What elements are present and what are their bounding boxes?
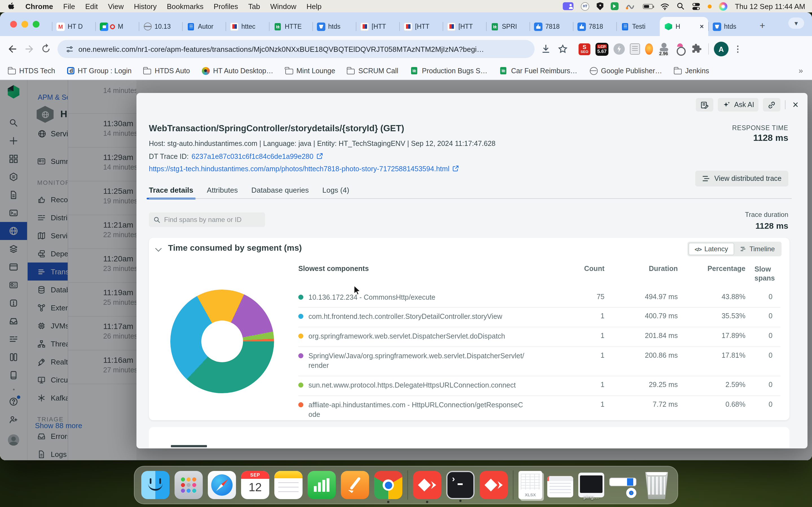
bookmark-item[interactable]: HT Auto Desktop… (202, 67, 273, 75)
reload-button[interactable] (41, 43, 52, 55)
menu-window[interactable]: Window (270, 2, 297, 10)
terminal-icon[interactable] (446, 471, 474, 499)
notes-icon[interactable] (274, 471, 303, 499)
url-text[interactable]: one.newrelic.com/nr1-core/apm-features/t… (79, 45, 484, 53)
screen-sharing-icon[interactable] (563, 2, 573, 10)
browser-tab[interactable]: Testi (616, 17, 660, 36)
timeline-toggle[interactable]: Timeline (734, 243, 780, 255)
copy-link-icon[interactable] (763, 98, 781, 112)
safari-icon[interactable] (208, 471, 236, 499)
table-row[interactable]: org.springframework.web.servlet.Dispatch… (298, 327, 780, 347)
menu-help[interactable]: Help (306, 2, 322, 10)
modal-tab[interactable]: Logs (4) (322, 186, 349, 200)
pingwin-icon[interactable]: ping… (578, 473, 604, 497)
view-distributed-trace-button[interactable]: View distributed trace (695, 171, 788, 186)
browser-tab[interactable]: [HTT (356, 17, 399, 36)
new-tab-button[interactable]: + (755, 18, 770, 33)
browser-tab[interactable]: [HTT (399, 17, 443, 36)
menu-view[interactable]: View (108, 2, 124, 10)
control-center-icon[interactable] (692, 2, 700, 10)
latency-toggle[interactable]: </>Latency (689, 243, 734, 255)
finder-icon[interactable] (141, 471, 169, 499)
browser-tab[interactable]: SPRI (486, 17, 529, 36)
new-relic-status-icon[interactable] (626, 3, 636, 10)
bookmark-item[interactable]: SCRUM Call (347, 67, 398, 75)
bookmark-star-icon[interactable] (557, 43, 568, 55)
menu-bookmarks[interactable]: Bookmarks (167, 2, 204, 10)
back-button[interactable] (7, 43, 18, 55)
external-link-icon[interactable] (316, 153, 323, 161)
browser-tab[interactable]: [HTT (443, 17, 486, 36)
counter-extension-icon[interactable]: 2.96 (658, 43, 670, 55)
span-search[interactable] (149, 212, 265, 227)
browser-tab[interactable]: M (95, 17, 139, 36)
grammarly-icon[interactable] (611, 2, 619, 10)
browser-tab[interactable]: HT D (52, 17, 95, 36)
bookmarks-overflow-chevron[interactable]: » (799, 66, 803, 75)
redapp-icon[interactable] (413, 471, 441, 499)
browser-tab[interactable]: htds (708, 17, 752, 36)
table-row[interactable]: sun.net.www.protocol.https.DelegateHttps… (298, 376, 780, 395)
menu-profiles[interactable]: Profiles (214, 2, 238, 10)
add-note-button[interactable] (696, 98, 713, 112)
site-settings-icon[interactable] (65, 45, 74, 53)
page-url-link[interactable]: https://stg1-tech.hindustantimes.com/amp… (149, 165, 449, 173)
download-icon[interactable] (540, 43, 552, 55)
table-row[interactable]: 10.136.172.234 - CommonsHttp/execute 75 … (298, 288, 780, 307)
tab-close-icon[interactable]: × (700, 22, 704, 31)
browser-tab[interactable]: 7818 (529, 17, 573, 36)
redapp-icon[interactable] (479, 471, 508, 499)
browser-tab[interactable]: Autor (182, 17, 225, 36)
pages-icon[interactable] (341, 471, 369, 499)
calendar-icon[interactable]: SEP 12 (241, 471, 269, 499)
menu-app-name[interactable]: Chrome (26, 2, 53, 10)
menu-tab[interactable]: Tab (248, 2, 260, 10)
bookmark-item[interactable]: Mint Lounge (285, 67, 335, 75)
zoom-window-button[interactable] (33, 21, 40, 27)
table-row[interactable]: affliate-api.hindustantimes.com - HttpUR… (298, 395, 780, 425)
notes-extension-icon[interactable] (630, 43, 640, 55)
ht-badge-icon[interactable]: HT (581, 2, 589, 10)
siri-icon[interactable] (719, 2, 727, 10)
browser-tab[interactable]: 10.13 (139, 17, 182, 36)
chrome-menu-icon[interactable]: ⋮ (733, 44, 742, 54)
browser-tab[interactable]: H × (660, 17, 708, 36)
flame-extension-icon[interactable] (645, 43, 653, 55)
battery-icon[interactable] (643, 4, 653, 9)
trash-icon[interactable] (643, 471, 671, 499)
browser-tab[interactable]: HTTE (269, 17, 312, 36)
span-search-input[interactable] (164, 216, 260, 224)
lighthouse-extension-icon[interactable] (613, 43, 625, 55)
menu-history[interactable]: History (134, 2, 157, 10)
bookmark-item[interactable]: HTDS Tech (8, 67, 55, 75)
menu-file[interactable]: File (63, 2, 75, 10)
profile-avatar[interactable]: A (714, 42, 728, 56)
browser-tab[interactable]: htds (312, 17, 356, 36)
browser-tab[interactable]: 7818 (573, 17, 616, 36)
launchpad-icon[interactable] (174, 471, 203, 499)
minimize-window-button[interactable] (21, 21, 28, 27)
extensions-puzzle-icon[interactable] (692, 43, 703, 55)
table-row[interactable]: SpringView/Java/org.springframework.web.… (298, 346, 780, 376)
sharewin-icon[interactable] (609, 471, 638, 499)
magnifier-extension-icon[interactable] (675, 43, 687, 55)
finderwin-icon[interactable] (547, 476, 573, 497)
bookmark-item[interactable]: HTDS Auto (144, 67, 190, 75)
xlsx-icon[interactable]: XLSX (518, 471, 542, 499)
shield-icon[interactable] (597, 2, 603, 10)
ask-ai-button[interactable]: Ask AI (718, 98, 759, 112)
modal-tab[interactable]: Trace details (149, 186, 193, 200)
trace-id-link[interactable]: 6237a1e87c031c6f1c84c6de1a99e280 (192, 153, 313, 161)
close-modal-icon[interactable]: × (790, 99, 801, 111)
modal-tab[interactable]: Attributes (207, 186, 238, 200)
forward-button[interactable] (24, 43, 35, 55)
bookmark-item[interactable]: Production Bugs S… (410, 67, 488, 75)
collapse-chevron-icon[interactable] (155, 245, 162, 252)
external-link-icon[interactable] (452, 165, 459, 173)
close-window-button[interactable] (10, 21, 17, 27)
wifi-icon[interactable] (660, 3, 669, 10)
lcp-extension-icon[interactable]: LCP5.67 (596, 43, 608, 55)
spotlight-icon[interactable] (677, 2, 684, 10)
omnibox[interactable]: one.newrelic.com/nr1-core/apm-features/t… (57, 40, 535, 58)
bookmark-item[interactable]: HT Group : Login (67, 67, 132, 75)
